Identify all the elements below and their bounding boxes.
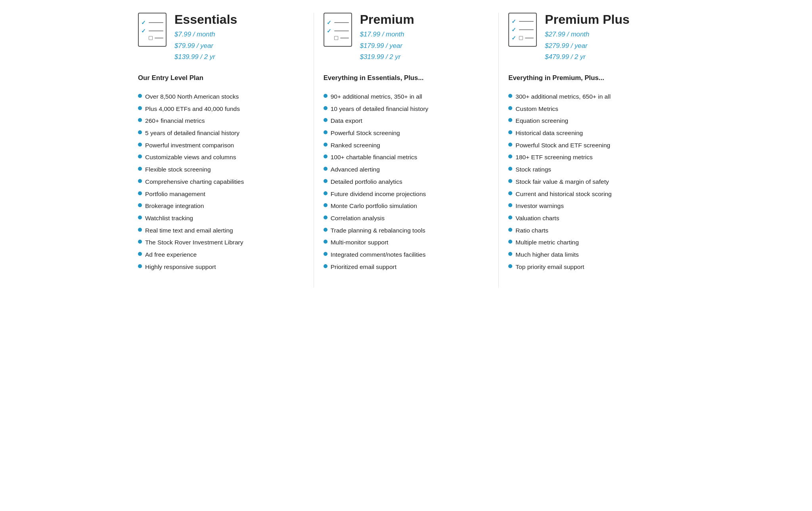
premium-plus-features: 300+ additional metrics, 650+ in all Cus… — [508, 92, 674, 271]
feature-text: Powerful Stock screening — [331, 129, 400, 137]
feature-item: Historical data screening — [508, 129, 674, 137]
feature-item: Trade planning & rebalancing tools — [324, 226, 489, 235]
feature-text: Much higher data limits — [515, 250, 579, 259]
bullet-icon — [324, 154, 327, 158]
feature-text: Flexible stock screening — [145, 165, 211, 174]
feature-text: Over 8,500 North American stocks — [145, 92, 239, 101]
bullet-icon — [324, 143, 327, 147]
bullet-icon — [324, 240, 327, 244]
feature-item: Flexible stock screening — [138, 165, 304, 174]
bullet-icon — [508, 191, 512, 195]
premium-plus-price: $27.99 / month$279.99 / year$479.99 / 2 … — [545, 29, 629, 63]
bullet-icon — [138, 252, 142, 256]
bullet-icon — [324, 215, 327, 219]
premium-plus-icon: ✓ ✓ ✓ — [508, 13, 537, 47]
feature-text: Ad free experience — [145, 250, 197, 259]
bullet-icon — [508, 94, 512, 98]
premium-plus-title: Premium Plus — [545, 13, 629, 27]
premium-plus-subtitle: Everything in Premium, Plus... — [508, 74, 674, 85]
feature-text: Trade planning & rebalancing tools — [331, 226, 425, 235]
feature-text: Portfolio management — [145, 190, 205, 198]
feature-text: 100+ chartable financial metrics — [331, 153, 417, 162]
feature-text: 260+ financial metrics — [145, 116, 205, 125]
feature-text: Multi-monitor support — [331, 238, 389, 247]
feature-text: Multiple metric charting — [515, 238, 579, 247]
premium-title: Premium — [360, 13, 414, 27]
essentials-title-block: Essentials $7.99 / month$79.99 / year$13… — [174, 13, 237, 63]
feature-item: Valuation charts — [508, 214, 674, 223]
feature-text: Customizable views and columns — [145, 153, 236, 162]
feature-item: The Stock Rover Investment Library — [138, 238, 304, 247]
bullet-icon — [138, 191, 142, 195]
feature-text: Brokerage integration — [145, 202, 204, 210]
feature-text: Stock fair value & margin of safety — [515, 177, 609, 186]
feature-text: Valuation charts — [515, 214, 559, 223]
bullet-icon — [138, 130, 142, 134]
feature-item: Stock ratings — [508, 165, 674, 174]
premium-title-block: Premium $17.99 / month$179.99 / year$319… — [360, 13, 414, 63]
bullet-icon — [508, 118, 512, 122]
feature-text: Historical data screening — [515, 129, 583, 137]
feature-item: Powerful Stock and ETF screening — [508, 141, 674, 150]
bullet-icon — [508, 252, 512, 256]
bullet-icon — [508, 215, 512, 219]
feature-text: Top priority email support — [515, 263, 584, 271]
plans-grid: ✓ ✓ Essentials $7.99 / month$79.99 / yea… — [128, 13, 684, 288]
feature-item: Ratio charts — [508, 226, 674, 235]
feature-text: Highly responsive support — [145, 263, 216, 271]
bullet-icon — [138, 203, 142, 207]
bullet-icon — [324, 252, 327, 256]
bullet-icon — [324, 228, 327, 232]
feature-item: Much higher data limits — [508, 250, 674, 259]
feature-text: Equation screening — [515, 116, 568, 125]
essentials-header: ✓ ✓ Essentials $7.99 / month$79.99 / yea… — [138, 13, 304, 63]
feature-item: Correlation analysis — [324, 214, 489, 223]
bullet-icon — [324, 203, 327, 207]
feature-item: Customizable views and columns — [138, 153, 304, 162]
feature-text: Detailed portfolio analytics — [331, 177, 402, 186]
premium-header: ✓ ✓ Premium $17.99 / month$179.99 / year… — [324, 13, 489, 63]
feature-item: Powerful Stock screening — [324, 129, 489, 137]
feature-text: Integrated comment/notes facilities — [331, 250, 426, 259]
bullet-icon — [508, 240, 512, 244]
essentials-features: Over 8,500 North American stocks Plus 4,… — [138, 92, 304, 271]
premium-icon: ✓ ✓ — [324, 13, 352, 47]
essentials-title: Essentials — [174, 13, 237, 27]
feature-text: 90+ additional metrics, 350+ in all — [331, 92, 422, 101]
feature-text: Prioritized email support — [331, 263, 396, 271]
feature-text: Plus 4,000 ETFs and 40,000 funds — [145, 105, 240, 113]
bullet-icon — [138, 167, 142, 171]
bullet-icon — [324, 106, 327, 110]
feature-text: Monte Carlo portfolio simulation — [331, 202, 417, 210]
feature-text: Advanced alerting — [331, 165, 380, 174]
bullet-icon — [508, 264, 512, 268]
feature-item: Custom Metrics — [508, 105, 674, 113]
feature-text: Real time text and email alerting — [145, 226, 233, 235]
feature-item: Portfolio management — [138, 190, 304, 198]
bullet-icon — [324, 130, 327, 134]
bullet-icon — [138, 154, 142, 158]
feature-item: 180+ ETF screening metrics — [508, 153, 674, 162]
feature-item: 5 years of detailed financial history — [138, 129, 304, 137]
feature-text: Watchlist tracking — [145, 214, 193, 223]
feature-item: Data export — [324, 116, 489, 125]
plan-col-essentials: ✓ ✓ Essentials $7.99 / month$79.99 / yea… — [128, 13, 314, 288]
bullet-icon — [138, 143, 142, 147]
feature-item: Highly responsive support — [138, 263, 304, 271]
bullet-icon — [508, 179, 512, 183]
feature-text: 5 years of detailed financial history — [145, 129, 239, 137]
premium-plus-title-block: Premium Plus $27.99 / month$279.99 / yea… — [545, 13, 629, 63]
feature-item: Advanced alerting — [324, 165, 489, 174]
bullet-icon — [138, 215, 142, 219]
feature-text: Ranked screening — [331, 141, 380, 150]
feature-text: 180+ ETF screening metrics — [515, 153, 592, 162]
feature-text: Future dividend income projections — [331, 190, 426, 198]
feature-text: Current and historical stock scoring — [515, 190, 611, 198]
bullet-icon — [324, 167, 327, 171]
feature-text: Stock ratings — [515, 165, 551, 174]
bullet-icon — [138, 228, 142, 232]
bullet-icon — [138, 179, 142, 183]
bullet-icon — [138, 118, 142, 122]
feature-text: 10 years of detailed financial history — [331, 105, 429, 113]
feature-item: Top priority email support — [508, 263, 674, 271]
